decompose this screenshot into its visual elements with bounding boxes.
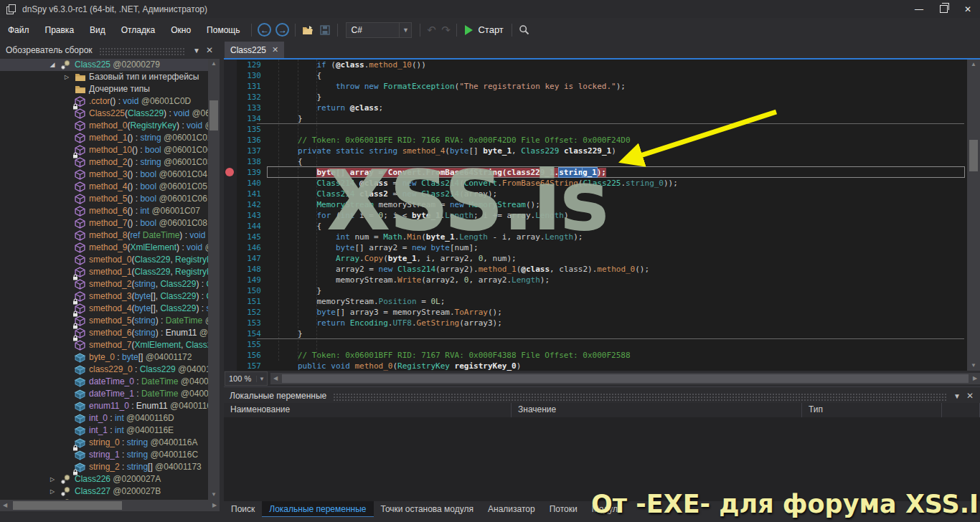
tree-item[interactable]: string_0 : string @0400116A (0, 437, 208, 449)
bottom-tab[interactable]: Поиск (224, 501, 262, 517)
scroll-right-icon[interactable]: ▶ (970, 373, 980, 384)
menu-item[interactable]: Помощь (199, 22, 248, 38)
line-number[interactable]: 148 (237, 264, 261, 275)
editor-vertical-scrollbar[interactable]: ▲ ▼ (967, 60, 980, 371)
tree-item[interactable]: smethod_4(byte[], Class229) : string (0, 303, 208, 315)
line-number[interactable]: 134 (237, 113, 261, 124)
code-line[interactable]: 147 Array.Copy(byte_1, i, array2, 0, num… (224, 253, 980, 264)
code-line[interactable]: 145 int num = Math.Min(byte_1.Length - i… (224, 232, 980, 242)
line-number[interactable]: 150 (237, 285, 261, 296)
line-number[interactable]: 147 (237, 253, 261, 264)
tree-horizontal-scrollbar[interactable]: ◀ ▶ (0, 500, 220, 511)
code-line[interactable]: 157 public void method_0(RegistryKey reg… (224, 361, 980, 371)
line-number[interactable]: 136 (237, 135, 261, 146)
tree-item[interactable]: ▷Class226 @0200027A (0, 473, 208, 485)
panel-close-icon[interactable]: ✕ (204, 45, 215, 55)
collapse-icon[interactable]: ◢ (47, 59, 57, 71)
code-line[interactable]: 130 { (224, 70, 980, 81)
line-number[interactable]: 157 (237, 361, 261, 371)
chevron-down-icon[interactable]: ▼ (256, 376, 267, 382)
tree-item[interactable]: int_0 : int @0400116D (0, 412, 208, 424)
line-number[interactable]: 152 (237, 307, 261, 318)
code-line[interactable]: 135 (224, 124, 980, 135)
editor-horizontal-scrollbar[interactable]: ◀ ▶ (270, 373, 980, 384)
line-number[interactable]: 143 (237, 210, 261, 221)
line-number[interactable]: 155 (237, 339, 261, 350)
tree-item[interactable]: dateTime_1 : DateTime @04001171 (0, 388, 208, 400)
line-number[interactable]: 133 (237, 103, 261, 113)
line-number[interactable]: 156 (237, 350, 261, 361)
code-line[interactable]: 141 Class214 class2 = new Class214(array… (224, 189, 980, 199)
code-line[interactable]: 155 (224, 339, 980, 350)
navigate-forward-button[interactable]: → (275, 23, 289, 37)
tree-item[interactable]: method_1() : string @06001C02 (0, 132, 208, 144)
tree-item[interactable]: method_9(XmlElement) : void @06001C0A (0, 242, 208, 254)
tree-item[interactable]: method_6() : int @06001C07 (0, 205, 208, 217)
line-number[interactable]: 139 (237, 167, 261, 178)
code-line[interactable]: 133 return @class; (224, 103, 980, 113)
undo-button[interactable]: ↶ (424, 24, 438, 37)
scrollbar-thumb[interactable] (969, 140, 978, 171)
tree-item[interactable]: smethod_2(string, Class229) : Class214 (0, 278, 208, 290)
tree-item[interactable]: ◢Class225 @02000279 (0, 59, 208, 71)
tree-item[interactable]: ▷Базовый тип и интерфейсы (0, 71, 208, 83)
locals-table-body[interactable] (224, 417, 980, 502)
tree-item[interactable]: dateTime_0 : DateTime @04001170 (0, 376, 208, 388)
code-line[interactable]: 142 MemoryStream memoryStream = new Memo… (224, 199, 980, 210)
column-header[interactable]: Тип (802, 403, 942, 417)
line-number[interactable]: 135 (237, 124, 261, 135)
line-number[interactable]: 130 (237, 70, 261, 81)
tree-item[interactable]: string_2 : string[] @04001173 (0, 461, 208, 473)
tree-vertical-scrollbar[interactable]: ▲ ▼ (208, 59, 220, 500)
tree-item[interactable]: smethod_1(Class229, RegistryKey) (0, 266, 208, 278)
scrollbar-thumb[interactable] (209, 100, 218, 130)
line-number[interactable]: 149 (237, 275, 261, 285)
code-line[interactable]: 152 byte[] array3 = memoryStream.ToArray… (224, 307, 980, 318)
expand-icon[interactable]: ▷ (62, 71, 72, 83)
tree-item[interactable]: method_5() : bool @06001C06 (0, 193, 208, 205)
breakpoint-dot[interactable] (225, 168, 234, 176)
tree-item[interactable]: method_3() : bool @06001C04 (0, 169, 208, 181)
line-number[interactable]: 129 (237, 60, 261, 70)
menu-item[interactable]: Файл (0, 22, 37, 38)
code-editor[interactable]: 129 if (@class.method_10())130 {131 thro… (224, 60, 980, 371)
code-line[interactable]: 156 // Token: 0x06001BFF RID: 7167 RVA: … (224, 350, 980, 361)
line-number[interactable]: 142 (237, 199, 261, 210)
tree-item[interactable]: enum11_0 : Enum11 @0400116F (0, 400, 208, 412)
bottom-tab[interactable]: Потоки (542, 501, 585, 517)
code-line[interactable]: 131 throw new FormatException("The regis… (224, 81, 980, 92)
code-line[interactable]: 134 } (224, 113, 980, 124)
close-button[interactable]: ✕ (956, 0, 980, 18)
tree-item[interactable]: method_0(RegistryKey) : void @06001C01 (0, 120, 208, 132)
line-number[interactable]: 146 (237, 242, 261, 253)
panel-menu-chevron-icon[interactable]: ▼ (191, 47, 202, 54)
tree-item[interactable]: smethod_0(Class229, RegistryKey) (0, 254, 208, 266)
zoom-level-combobox[interactable]: 100 % ▼ (225, 371, 268, 386)
panel-close-icon[interactable]: ✕ (964, 391, 976, 401)
scroll-right-icon[interactable]: ▶ (209, 500, 220, 511)
tree-item[interactable]: method_8(ref DateTime) : void @06001C09 (0, 229, 208, 242)
code-line[interactable]: 148 array2 = new Class214(array2).method… (224, 264, 980, 275)
search-button[interactable] (517, 23, 532, 37)
scroll-up-icon[interactable]: ▲ (967, 60, 980, 70)
tree-item[interactable]: smethod_5(string) : DateTime @06001C0B (0, 315, 208, 327)
start-debug-button[interactable]: Старт (465, 24, 503, 35)
menu-item[interactable]: Вид (82, 22, 113, 38)
code-line[interactable]: 137 private static string smethod_4(byte… (224, 146, 980, 156)
expand-icon[interactable]: ▷ (47, 485, 57, 498)
bottom-tab[interactable]: Точки останова модуля (374, 501, 481, 517)
line-number[interactable]: 141 (237, 189, 261, 199)
code-line[interactable]: 146 byte[] array2 = new byte[num]; (224, 242, 980, 253)
line-number[interactable]: 153 (237, 318, 261, 328)
scroll-up-icon[interactable]: ▲ (208, 59, 220, 69)
code-line[interactable]: 132 } (224, 92, 980, 103)
tree-item[interactable]: .cctor() : void @06001C0D (0, 95, 208, 108)
scroll-left-icon[interactable]: ◀ (270, 373, 281, 384)
language-combobox[interactable]: C# ▼ (346, 22, 412, 38)
code-line[interactable]: 129 if (@class.method_10()) (224, 60, 980, 70)
tree-item[interactable]: ▷Class227 @0200027B (0, 485, 208, 498)
code-line[interactable]: 151 memoryStream.Position = 0L; (224, 296, 980, 307)
code-line[interactable]: 138 { (224, 156, 980, 167)
code-line[interactable]: 149 memoryStream.Write(array2, 0, array2… (224, 275, 980, 285)
column-header[interactable] (942, 403, 980, 417)
